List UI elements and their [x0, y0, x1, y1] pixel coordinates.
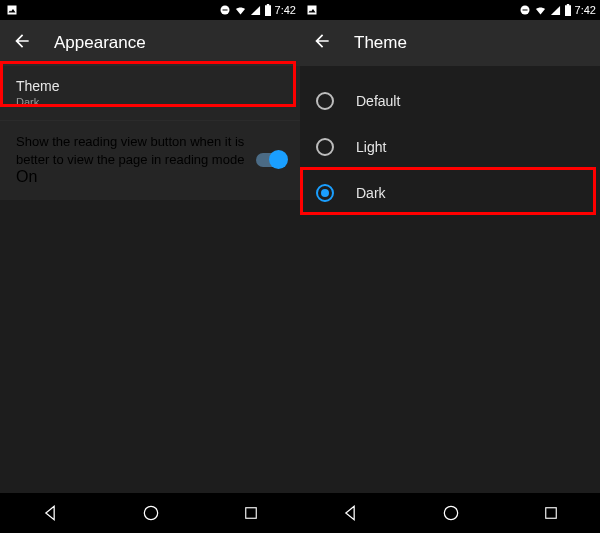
- nav-home-icon[interactable]: [441, 503, 461, 523]
- nav-home-icon[interactable]: [141, 503, 161, 523]
- reading-view-value: On: [16, 168, 246, 186]
- battery-icon: [264, 4, 272, 16]
- clock: 7:42: [575, 4, 596, 16]
- theme-screen: 7:42 Theme Default Light Dark: [300, 0, 600, 533]
- settings-list: Theme Dark Show the reading view button …: [0, 66, 300, 493]
- option-label: Default: [356, 93, 400, 109]
- radio-icon: [316, 138, 334, 156]
- nav-back-icon[interactable]: [40, 503, 60, 523]
- nav-recent-icon[interactable]: [242, 504, 260, 522]
- status-bar: 7:42: [0, 0, 300, 20]
- signal-icon: [550, 5, 561, 16]
- image-icon: [6, 4, 18, 16]
- nav-back-icon[interactable]: [340, 503, 360, 523]
- reading-view-label: Show the reading view button when it is …: [16, 133, 246, 168]
- title-bar: Theme: [300, 20, 600, 66]
- svg-rect-3: [245, 508, 256, 519]
- reading-view-setting-row[interactable]: Show the reading view button when it is …: [0, 121, 300, 200]
- svg-rect-7: [545, 508, 556, 519]
- theme-option-light[interactable]: Light: [300, 124, 600, 170]
- status-bar: 7:42: [300, 0, 600, 20]
- theme-option-default[interactable]: Default: [300, 78, 600, 124]
- clock: 7:42: [275, 4, 296, 16]
- nav-bar: [300, 493, 600, 533]
- theme-value: Dark: [16, 96, 284, 108]
- page-title: Theme: [354, 33, 407, 53]
- nav-bar: [0, 493, 300, 533]
- theme-option-dark[interactable]: Dark: [300, 170, 600, 216]
- svg-point-2: [144, 506, 157, 519]
- theme-options-list: Default Light Dark: [300, 66, 600, 493]
- svg-point-6: [444, 506, 457, 519]
- dnd-icon: [219, 4, 231, 16]
- theme-label: Theme: [16, 78, 284, 94]
- svg-rect-5: [522, 10, 527, 11]
- image-icon: [306, 4, 318, 16]
- back-icon[interactable]: [312, 31, 332, 55]
- page-title: Appearance: [54, 33, 146, 53]
- radio-icon: [316, 184, 334, 202]
- wifi-icon: [534, 4, 547, 16]
- theme-setting-row[interactable]: Theme Dark: [0, 66, 300, 121]
- title-bar: Appearance: [0, 20, 300, 66]
- reading-view-toggle[interactable]: [256, 153, 286, 167]
- battery-icon: [564, 4, 572, 16]
- toggle-knob: [269, 150, 288, 169]
- radio-icon: [316, 92, 334, 110]
- signal-icon: [250, 5, 261, 16]
- svg-rect-1: [222, 10, 227, 11]
- wifi-icon: [234, 4, 247, 16]
- nav-recent-icon[interactable]: [542, 504, 560, 522]
- option-label: Dark: [356, 185, 386, 201]
- back-icon[interactable]: [12, 31, 32, 55]
- option-label: Light: [356, 139, 386, 155]
- appearance-screen: 7:42 Appearance Theme Dark Show the read…: [0, 0, 300, 533]
- dnd-icon: [519, 4, 531, 16]
